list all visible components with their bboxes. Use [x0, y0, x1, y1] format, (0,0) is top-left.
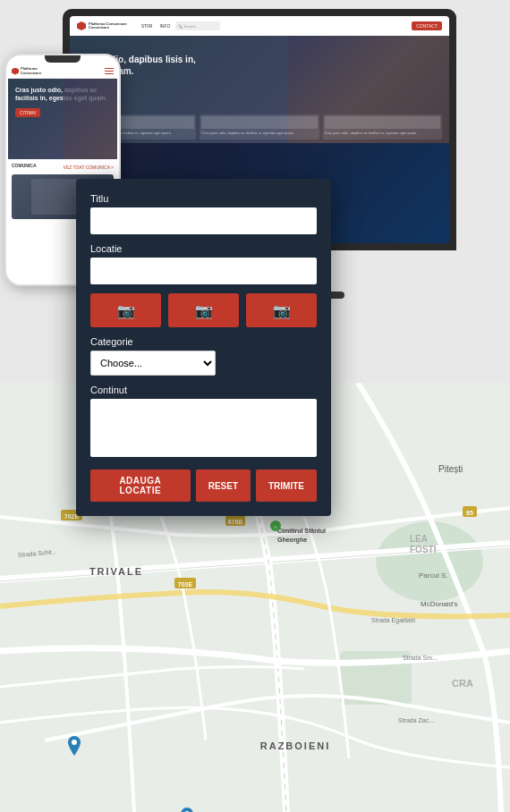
- form-actions: ADAUGA LOCATIE RESET TRIMITE: [90, 469, 317, 502]
- photo-button-1[interactable]: 📷: [90, 293, 161, 327]
- svg-text:LEA: LEA: [410, 534, 428, 544]
- svg-text:676B: 676B: [228, 519, 243, 525]
- svg-text:Strada Egalitatii: Strada Egalitatii: [371, 617, 415, 624]
- adauga-locatie-button[interactable]: ADAUGA LOCATIE: [90, 469, 191, 502]
- photo-buttons-group: 📷 📷 📷: [90, 293, 317, 327]
- photo-button-2[interactable]: 📷: [168, 293, 239, 327]
- svg-point-1: [376, 521, 483, 602]
- location-input[interactable]: [90, 258, 317, 284]
- title-group: Titlu: [90, 193, 317, 234]
- svg-text:TRIVALE: TRIVALE: [89, 566, 143, 577]
- svg-text:FOSTI: FOSTI: [410, 545, 437, 554]
- category-group: Categorie Choose... Categorie 1 Categori…: [90, 336, 317, 376]
- svg-text:CRA: CRA: [452, 678, 473, 689]
- content-textarea[interactable]: [90, 399, 317, 457]
- camera-icon-2: 📷: [195, 302, 213, 319]
- content-group: Continut: [90, 385, 317, 461]
- svg-text:Parcul S.: Parcul S.: [419, 571, 447, 579]
- map-marker[interactable]: [66, 736, 82, 756]
- svg-text:Pitești: Pitești: [438, 464, 463, 474]
- title-label: Titlu: [90, 193, 317, 204]
- svg-text:Cimitirul Sfântul: Cimitirul Sfântul: [277, 528, 326, 534]
- location-group: Locatie: [90, 243, 317, 284]
- reset-button[interactable]: RESET: [196, 469, 251, 502]
- camera-icon-3: 📷: [273, 302, 291, 319]
- category-select[interactable]: Choose... Categorie 1 Categorie 2 Catego…: [90, 351, 216, 376]
- location-label: Locatie: [90, 243, 317, 254]
- svg-text:RAZBOIENI: RAZBOIENI: [260, 740, 331, 751]
- svg-text:+: +: [274, 524, 277, 529]
- camera-icon-1: 📷: [117, 302, 135, 319]
- title-input[interactable]: [90, 207, 317, 234]
- map-marker[interactable]: [179, 808, 195, 812]
- category-label: Categorie: [90, 336, 317, 347]
- phone-notch: [45, 55, 81, 63]
- svg-text:Gheorghe: Gheorghe: [277, 537, 307, 544]
- svg-text:McDonald's: McDonald's: [421, 600, 458, 608]
- svg-text:Strada Zac...: Strada Zac...: [398, 717, 434, 723]
- content-label: Continut: [90, 385, 317, 395]
- photo-button-3[interactable]: 📷: [246, 293, 317, 327]
- svg-point-29: [72, 740, 77, 745]
- svg-text:85: 85: [466, 510, 473, 516]
- svg-text:Strada Sm...: Strada Sm...: [403, 655, 438, 661]
- trimite-button[interactable]: TRIMITE: [256, 469, 317, 502]
- form-modal: Titlu Locatie 📷 📷 📷 Categorie Choose... …: [76, 179, 331, 516]
- svg-text:703E: 703E: [178, 581, 193, 588]
